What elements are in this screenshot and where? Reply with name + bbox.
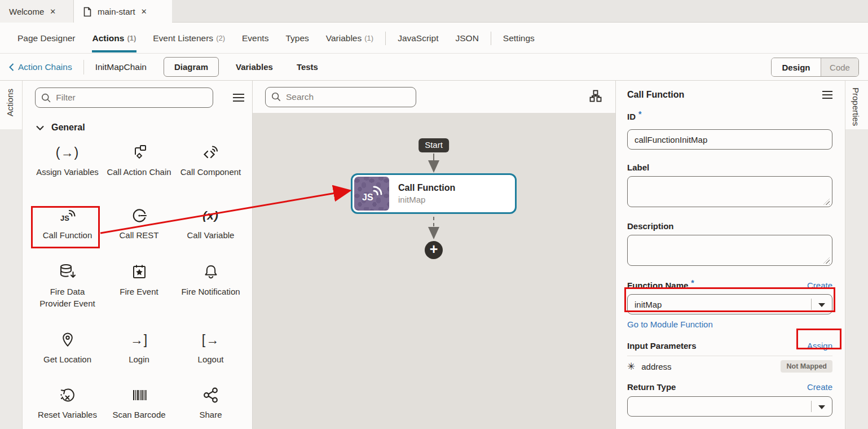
properties-menu-icon[interactable] bbox=[822, 91, 832, 99]
svg-text:JS: JS bbox=[362, 192, 373, 202]
close-icon[interactable]: ✕ bbox=[50, 8, 56, 15]
caret-down-icon bbox=[818, 405, 825, 409]
nav-divider bbox=[491, 32, 491, 45]
search-icon bbox=[271, 91, 281, 102]
fire-notification-icon bbox=[202, 262, 219, 282]
palette-item-call-function[interactable]: JS Call Function bbox=[32, 205, 103, 261]
palette-item-call-component[interactable]: Call Component bbox=[175, 142, 246, 205]
view-tab-tests[interactable]: Tests bbox=[289, 58, 326, 76]
view-tab-variables[interactable]: Variables bbox=[228, 58, 281, 76]
share-icon bbox=[202, 386, 219, 405]
filter-box[interactable] bbox=[35, 87, 213, 108]
side-tab-properties[interactable]: Properties bbox=[851, 87, 861, 126]
nav-divider bbox=[385, 32, 386, 45]
tab-variables[interactable]: Variables (1) bbox=[318, 23, 382, 54]
design-button[interactable]: Design bbox=[772, 58, 821, 76]
module-nav: Page Designer Actions (1) Event Listener… bbox=[0, 23, 868, 54]
required-marker: * bbox=[691, 278, 694, 287]
chevron-down-icon bbox=[36, 125, 44, 130]
close-icon[interactable]: ✕ bbox=[141, 8, 147, 15]
assign-link[interactable]: Assign bbox=[807, 341, 832, 351]
call-function-node[interactable]: JS Call Function initMap bbox=[351, 173, 517, 214]
function-name-select[interactable]: initMap bbox=[627, 294, 832, 314]
palette-filter-row bbox=[23, 87, 252, 108]
tab-types[interactable]: Types bbox=[277, 23, 317, 54]
filter-input[interactable] bbox=[56, 93, 207, 103]
id-label: ID bbox=[627, 112, 636, 121]
tab-actions[interactable]: Actions (1) bbox=[84, 23, 145, 54]
search-icon bbox=[41, 93, 51, 103]
palette-item-call-variable[interactable]: (x) Call Variable bbox=[175, 205, 246, 261]
diagram-stage[interactable]: Start JS Call Function initMap bbox=[253, 113, 615, 429]
input-parameters-label: Input Parameters bbox=[627, 340, 697, 351]
palette-item-share[interactable]: Share bbox=[175, 384, 246, 429]
return-type-create-link[interactable]: Create bbox=[807, 382, 832, 392]
tab-welcome-label: Welcome bbox=[9, 7, 44, 16]
scan-barcode-icon bbox=[131, 386, 148, 405]
call-function-icon: JS bbox=[59, 206, 77, 225]
auto-layout-icon[interactable] bbox=[589, 90, 602, 104]
canvas-search-box[interactable] bbox=[265, 87, 416, 107]
flow-connectors bbox=[253, 113, 615, 429]
palette-item-fire-data-provider-event[interactable]: Fire Data Provider Event bbox=[32, 261, 103, 329]
return-type-select[interactable] bbox=[627, 396, 832, 417]
left-side-strip: Actions bbox=[0, 81, 23, 429]
tab-welcome[interactable]: Welcome ✕ bbox=[0, 0, 74, 23]
description-textarea[interactable] bbox=[627, 235, 832, 266]
visual-builder-app: Welcome ✕ main-start ✕ Page Designer Act… bbox=[0, 0, 868, 429]
palette-item-fire-notification[interactable]: Fire Notification bbox=[175, 261, 246, 329]
variables-count: (1) bbox=[364, 34, 373, 42]
login-icon: →] bbox=[130, 330, 148, 349]
go-to-module-function-link[interactable]: Go to Module Function bbox=[627, 319, 713, 329]
palette-grid: (→) Assign Variables Call Action Chain bbox=[23, 142, 252, 429]
palette-item-logout[interactable]: [→ Logout bbox=[175, 329, 246, 384]
palette-menu-icon[interactable] bbox=[233, 94, 244, 102]
tab-events[interactable]: Events bbox=[233, 23, 277, 54]
id-input[interactable] bbox=[627, 129, 832, 150]
canvas-toolbar bbox=[253, 81, 615, 113]
tab-javascript[interactable]: JavaScript bbox=[389, 23, 447, 54]
palette-item-login[interactable]: →] Login bbox=[103, 329, 175, 384]
diagram-canvas: Start JS Call Function initMap bbox=[253, 81, 615, 429]
tab-main-start[interactable]: main-start ✕ bbox=[74, 0, 172, 23]
page-icon bbox=[83, 7, 92, 17]
section-general[interactable]: General bbox=[36, 122, 252, 133]
tab-event-listeners[interactable]: Event Listeners (2) bbox=[144, 23, 233, 54]
view-tab-diagram[interactable]: Diagram bbox=[164, 57, 219, 77]
back-to-action-chains-link[interactable]: Action Chains bbox=[9, 62, 72, 72]
canvas-search-input[interactable] bbox=[286, 92, 410, 102]
tab-page-designer[interactable]: Page Designer bbox=[9, 23, 84, 54]
chain-name: InitMapChain bbox=[95, 62, 147, 72]
function-name-value: initMap bbox=[635, 300, 662, 309]
function-create-link[interactable]: Create bbox=[807, 281, 832, 290]
palette-item-call-rest[interactable]: Call REST bbox=[103, 205, 175, 261]
tab-main-start-label: main-start bbox=[98, 7, 135, 16]
function-name-label: Function Name bbox=[627, 281, 688, 290]
start-node[interactable]: Start bbox=[418, 138, 449, 152]
design-code-toggle: Design Code bbox=[771, 58, 859, 77]
palette-item-get-location[interactable]: Get Location bbox=[32, 329, 103, 384]
parameter-row-address[interactable]: ✳ address Not Mapped bbox=[627, 356, 832, 377]
label-label: Label bbox=[627, 162, 832, 172]
tab-settings[interactable]: Settings bbox=[495, 23, 543, 54]
logout-icon: [→ bbox=[202, 330, 219, 349]
return-type-label: Return Type bbox=[627, 382, 676, 392]
not-mapped-badge: Not Mapped bbox=[781, 360, 832, 373]
tab-json[interactable]: JSON bbox=[447, 23, 487, 54]
palette-item-scan-barcode[interactable]: Scan Barcode bbox=[103, 384, 175, 429]
add-action-button[interactable]: + bbox=[425, 241, 443, 259]
parameter-name: address bbox=[641, 362, 671, 371]
palette-item-fire-event[interactable]: Fire Event bbox=[103, 261, 175, 329]
palette-item-assign-variables[interactable]: (→) Assign Variables bbox=[32, 142, 103, 205]
call-action-chain-icon bbox=[131, 143, 148, 162]
node-subtitle: initMap bbox=[398, 194, 455, 205]
label-textarea[interactable] bbox=[627, 176, 832, 207]
call-variable-icon: (x) bbox=[202, 206, 219, 225]
code-button[interactable]: Code bbox=[821, 58, 858, 76]
node-title: Call Function bbox=[398, 182, 455, 194]
side-tab-actions[interactable]: Actions bbox=[5, 89, 15, 116]
call-function-node-icon: JS bbox=[354, 177, 389, 211]
palette-item-reset-variables[interactable]: Reset Variables bbox=[32, 384, 103, 429]
palette-item-call-action-chain[interactable]: Call Action Chain bbox=[103, 142, 175, 205]
parameter-asterisk-icon: ✳ bbox=[627, 361, 635, 373]
